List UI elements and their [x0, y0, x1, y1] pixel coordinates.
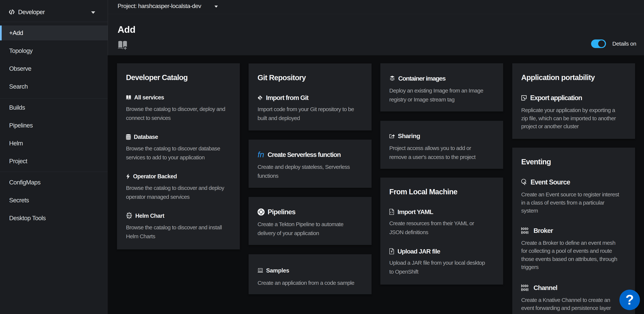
- svg-text:HELM: HELM: [126, 214, 132, 217]
